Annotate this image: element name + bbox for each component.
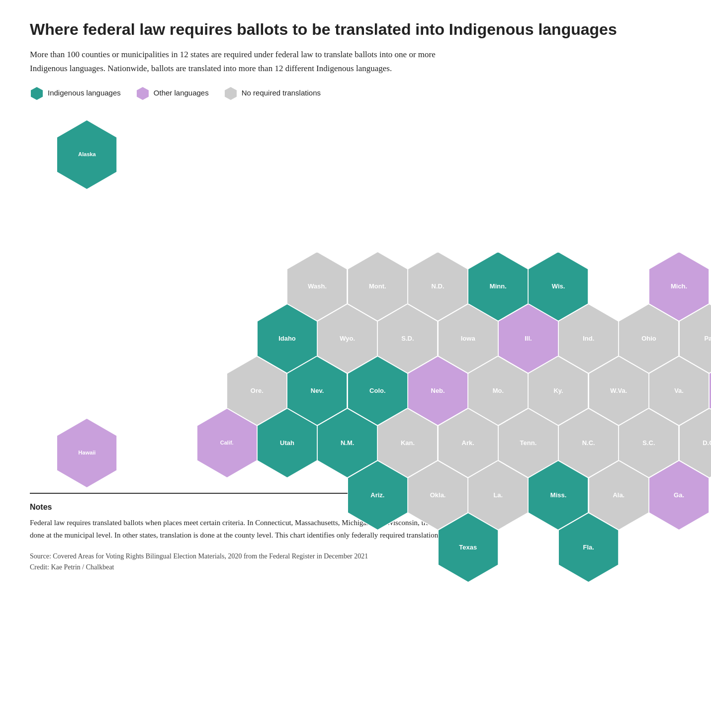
subtitle: More than 100 counties or municipalities… xyxy=(30,48,457,75)
map: Alaska Hawaii Maine Vt. N.H. W xyxy=(57,115,654,473)
legend-other: Other languages xyxy=(136,86,209,100)
state-texas: Texas xyxy=(438,513,498,582)
state-alaska: Alaska xyxy=(57,120,117,189)
svg-marker-53 xyxy=(558,513,619,582)
svg-marker-37 xyxy=(197,408,257,478)
legend: Indigenous languages Other languages No … xyxy=(30,86,681,100)
state-utah: Utah xyxy=(257,408,317,478)
svg-marker-52 xyxy=(438,513,498,582)
state-calif: Calif. xyxy=(197,408,257,478)
svg-marker-3 xyxy=(57,120,117,189)
svg-marker-1 xyxy=(137,87,149,100)
svg-marker-0 xyxy=(31,87,43,100)
svg-marker-2 xyxy=(225,87,237,100)
state-ariz: Ariz. xyxy=(348,460,408,530)
legend-indigenous: Indigenous languages xyxy=(30,86,121,100)
state-fla: Fla. xyxy=(558,513,619,582)
svg-marker-4 xyxy=(57,418,117,488)
svg-marker-51 xyxy=(649,460,709,530)
source-text: Source: Covered Areas for Voting Rights … xyxy=(30,551,477,573)
state-ga: Ga. xyxy=(649,460,709,530)
legend-none: No required translations xyxy=(224,86,321,100)
legend-other-icon xyxy=(136,86,150,100)
legend-indigenous-icon xyxy=(30,86,44,100)
legend-none-icon xyxy=(224,86,238,100)
page-title: Where federal law requires ballots to be… xyxy=(30,20,681,39)
state-hawaii: Hawaii xyxy=(57,418,117,488)
svg-marker-46 xyxy=(348,460,408,530)
svg-marker-38 xyxy=(257,408,317,478)
